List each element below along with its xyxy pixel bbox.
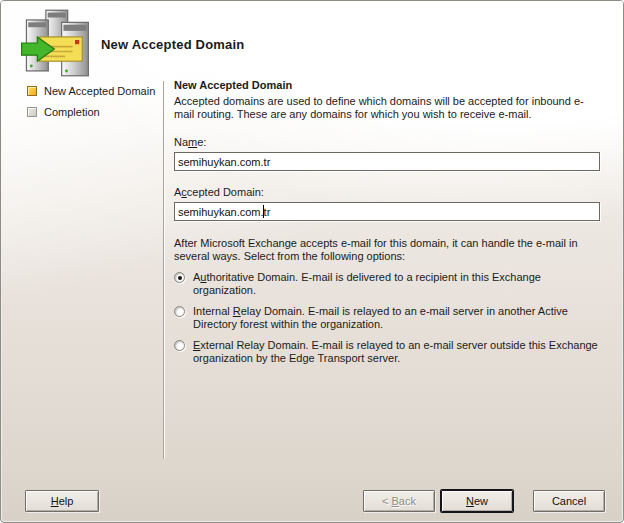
text-cursor <box>263 205 264 218</box>
radio-button-icon[interactable] <box>174 306 185 317</box>
radio-option-authoritative-domain[interactable]: Authoritative Domain. E-mail is delivere… <box>174 271 600 297</box>
cancel-button[interactable]: Cancel <box>533 490 605 512</box>
name-input[interactable] <box>174 152 600 171</box>
radio-option-label: Authoritative Domain. E-mail is delivere… <box>193 271 598 297</box>
radio-option-internal-relay-domain[interactable]: Internal Relay Domain. E-mail is relayed… <box>174 305 600 331</box>
help-button[interactable]: Help <box>25 490 99 512</box>
options-intro: After Microsoft Exchange accepts e-mail … <box>174 237 600 263</box>
sidebar-step-new-accepted-domain[interactable]: New Accepted Domain <box>27 83 159 99</box>
name-label: Name: <box>174 136 600 149</box>
accepted-domain-field <box>174 202 600 221</box>
accepted-domain-label: Accepted Domain: <box>174 186 600 199</box>
page-intro: Accepted domains are used to define whic… <box>174 95 600 121</box>
accepted-domain-input[interactable] <box>174 202 600 221</box>
radio-button-icon[interactable] <box>174 340 185 351</box>
back-button[interactable]: < Back <box>363 490 435 512</box>
name-field <box>174 152 600 171</box>
sidebar-step-completion[interactable]: Completion <box>27 104 159 120</box>
step-status-icon <box>27 86 37 96</box>
new-accepted-domain-wizard-window: New Accepted Domain New Accepted Domain … <box>0 0 624 523</box>
step-status-icon <box>27 107 37 117</box>
radio-option-label: External Relay Domain. E-mail is relayed… <box>193 339 598 365</box>
wizard-steps-sidebar: New Accepted Domain Completion <box>27 83 159 125</box>
step-label: New Accepted Domain <box>44 85 155 97</box>
sidebar-divider <box>163 81 164 459</box>
page-heading: New Accepted Domain <box>174 79 600 92</box>
exchange-servers-mail-icon <box>21 9 95 77</box>
new-button[interactable]: New <box>441 490 513 512</box>
wizard-title: New Accepted Domain <box>101 37 244 52</box>
radio-option-label: Internal Relay Domain. E-mail is relayed… <box>193 305 598 331</box>
radio-option-external-relay-domain[interactable]: External Relay Domain. E-mail is relayed… <box>174 339 600 365</box>
step-label: Completion <box>44 106 100 118</box>
radio-button-icon[interactable] <box>174 272 185 283</box>
wizard-page-content: New Accepted Domain Accepted domains are… <box>174 79 600 365</box>
